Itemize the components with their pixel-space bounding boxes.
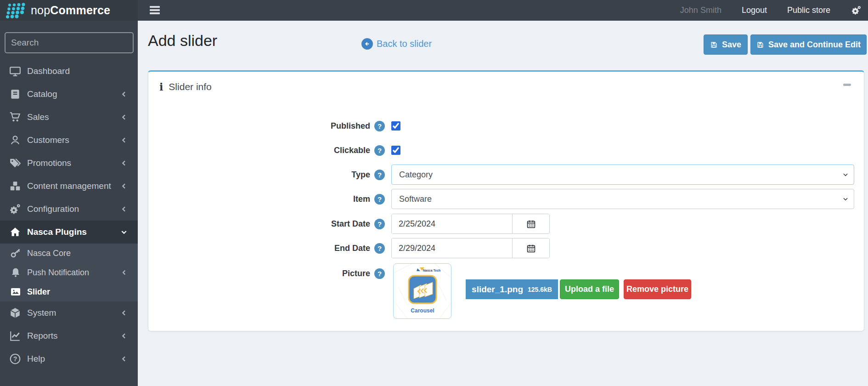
chevron-left-icon [121, 269, 128, 276]
type-select[interactable]: Category [391, 165, 854, 185]
sidebar-item-push-notification[interactable]: Push Notification [0, 263, 138, 282]
end-date-row: End Date ? [148, 238, 864, 258]
app-root: nopCommerce John Smith Logout Public sto… [0, 0, 868, 386]
item-row: Item ? Software [148, 189, 864, 209]
save-button-label: Save [722, 40, 741, 50]
published-row: Published ? [148, 116, 864, 136]
help-icon[interactable]: ? [374, 243, 385, 254]
item-select[interactable]: Software [391, 189, 854, 209]
chevron-left-icon [120, 114, 128, 121]
save-button[interactable]: Save [704, 34, 748, 55]
sidebar-item-slider[interactable]: Slider [0, 282, 138, 301]
help-icon[interactable]: ? [374, 121, 385, 131]
monitor-icon [9, 65, 21, 77]
help-icon[interactable]: ? [374, 194, 385, 204]
sidebar-item-system[interactable]: System [0, 301, 138, 324]
help-icon[interactable]: ? [374, 219, 385, 229]
chevron-left-icon [120, 205, 128, 213]
save-continue-button-label: Save and Continue Edit [768, 40, 861, 50]
calendar-icon[interactable] [512, 214, 549, 233]
top-right-menu: John Smith Logout Public store [680, 0, 862, 21]
gears-icon [9, 203, 21, 215]
start-date-label: Start Date [148, 219, 370, 229]
sidebar-item-label: Configuration [27, 204, 79, 214]
sidebar-item-label: Push Notification [27, 268, 89, 278]
picture-thumbnail[interactable]: Nasca Tech Carousel [393, 263, 451, 319]
thumbnail-caption: Carousel [411, 307, 434, 314]
main-content: Add slider Back to slider Save Save and … [138, 21, 868, 386]
help-icon[interactable]: ? [374, 170, 385, 180]
upload-button-label: Upload a file [565, 284, 614, 294]
save-and-continue-button[interactable]: Save and Continue Edit [750, 34, 867, 55]
type-row: Type ? Category [148, 165, 864, 185]
nasca-plugins-submenu: Nasca Core Push Notification [0, 244, 138, 301]
sidebar-item-content-management[interactable]: Content management [0, 175, 138, 198]
sidebar-item-sales[interactable]: Sales [0, 106, 138, 129]
end-date-label: End Date [148, 244, 370, 253]
sidebar-item-promotions[interactable]: Promotions [0, 152, 138, 175]
arrow-left-circle-icon [361, 38, 373, 50]
sidebar-item-nasca-plugins[interactable]: Nasca Plugins [0, 221, 138, 244]
sidebar-item-label: Sales [27, 112, 49, 122]
floppy-icon [756, 41, 764, 49]
help-icon[interactable]: ? [374, 268, 385, 279]
sidebar-item-label: Content management [27, 181, 111, 191]
chevron-left-icon [120, 182, 128, 190]
public-store-link[interactable]: Public store [787, 6, 830, 15]
sidebar-menu: Dashboard Catalog Sales [0, 60, 138, 370]
cubes-icon [9, 180, 21, 192]
back-link-label: Back to slider [377, 39, 432, 49]
logout-link[interactable]: Logout [742, 6, 767, 15]
help-icon[interactable]: ? [374, 145, 385, 156]
sidebar-item-label: Catalog [27, 89, 57, 99]
remove-button-label: Remove picture [626, 284, 688, 294]
sidebar-item-label: Dashboard [27, 66, 70, 76]
sidebar-item-configuration[interactable]: Configuration [0, 198, 138, 221]
chevron-left-icon [120, 355, 128, 363]
published-checkbox[interactable] [391, 121, 400, 131]
remove-picture-button[interactable]: Remove picture [624, 279, 691, 299]
page-title: Add slider [148, 32, 217, 50]
collapse-panel-icon[interactable] [843, 84, 851, 86]
cube-icon [9, 307, 21, 319]
sidebar-item-label: Nasca Core [27, 249, 71, 258]
clickable-row: Clickable ? [148, 140, 864, 160]
settings-gears-icon[interactable] [851, 5, 862, 16]
sidebar-item-reports[interactable]: Reports [0, 324, 138, 347]
user-icon [9, 134, 21, 146]
sidebar-toggle-button[interactable] [150, 5, 161, 15]
file-size: 125.6kB [528, 286, 552, 293]
calendar-icon[interactable] [512, 238, 549, 258]
book-icon [9, 88, 21, 100]
upload-file-button[interactable]: Upload a file [560, 279, 619, 299]
back-to-slider-link[interactable]: Back to slider [361, 38, 432, 50]
sidebar-item-customers[interactable]: Customers [0, 129, 138, 152]
tags-icon [9, 157, 21, 169]
sidebar-item-label: Help [27, 354, 45, 364]
brand-logo[interactable]: nopCommerce [0, 0, 138, 21]
top-bar: nopCommerce John Smith Logout Public sto… [0, 0, 868, 21]
clickable-checkbox[interactable] [391, 146, 400, 155]
sidebar-item-dashboard[interactable]: Dashboard [0, 60, 138, 83]
item-label: Item [148, 194, 370, 204]
info-icon: i [159, 81, 163, 93]
end-date-input[interactable] [392, 238, 512, 258]
sidebar-item-catalog[interactable]: Catalog [0, 83, 138, 106]
cart-icon [9, 111, 21, 123]
sidebar-item-help[interactable]: ? Help [0, 347, 138, 370]
sidebar-search [5, 32, 134, 53]
panel-header: i Slider info [148, 72, 864, 100]
start-date-input[interactable] [392, 214, 512, 233]
published-label: Published [148, 121, 370, 131]
picture-label: Picture [148, 269, 370, 278]
file-name: slider_1.png [472, 284, 523, 295]
home-icon [9, 226, 21, 238]
sidebar: Dashboard Catalog Sales [0, 21, 138, 386]
sidebar-item-label: Nasca Plugins [27, 227, 87, 237]
chevron-left-icon [120, 136, 128, 144]
panel-title-label: Slider info [169, 81, 211, 92]
search-input[interactable] [6, 38, 129, 48]
sidebar-item-nasca-core[interactable]: Nasca Core [0, 244, 138, 263]
panel-title: i Slider info [159, 81, 212, 93]
svg-text:?: ? [13, 355, 17, 363]
